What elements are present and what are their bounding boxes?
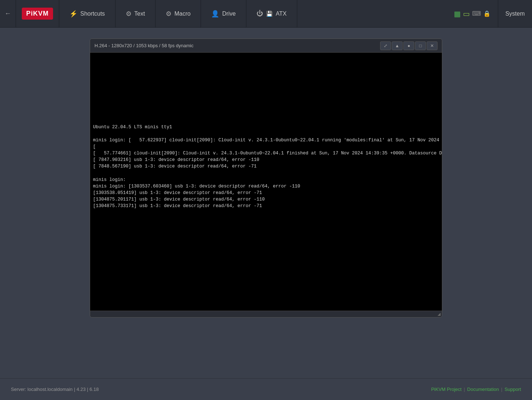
nav-shortcuts[interactable]: ⚡ Shortcuts <box>59 0 116 27</box>
power-icon: ⏻ <box>257 10 263 17</box>
server-info: Server: localhost.localdomain | 4.23 | 6… <box>11 387 99 392</box>
topnav: ← PiKVM ⚡ Shortcuts ⚙ Text ⚙ Macro 👤 Dri… <box>0 0 532 28</box>
nav-drive[interactable]: 👤 Drive <box>201 0 246 27</box>
shortcuts-label: Shortcuts <box>80 11 105 17</box>
video-footer: ◢ <box>90 311 442 317</box>
text-gear-icon: ⚙ <box>126 10 132 18</box>
footer-sep-2: | <box>501 387 502 392</box>
keyboard2-status-icon: ⌨ <box>472 10 481 17</box>
back-icon: ← <box>5 10 11 17</box>
macro-gear-icon: ⚙ <box>166 10 172 18</box>
dot-button[interactable]: ● <box>403 41 414 50</box>
shortcuts-icon: ⚡ <box>69 10 77 18</box>
page-footer: Server: localhost.localdomain | 4.23 | 6… <box>0 378 532 400</box>
system-label: System <box>505 11 525 17</box>
status-icons: ▦ ▭ ⌨ 🔒 <box>447 0 498 27</box>
support-link[interactable]: Support <box>504 387 521 392</box>
terminal-output: Ubuntu 22.04.5 LTS minis tty1 minis logi… <box>90 87 442 213</box>
macro-label: Macro <box>174 11 190 17</box>
monitor-status-icon: ▭ <box>463 9 470 18</box>
text-label: Text <box>134 11 145 17</box>
video-panel: H.264 - 1280x720 / 1053 kbps / 58 fps dy… <box>90 39 442 318</box>
footer-sep-1: | <box>464 387 465 392</box>
nav-system[interactable]: System <box>498 0 532 27</box>
video-screen[interactable]: Ubuntu 22.04.5 LTS minis tty1 minis logi… <box>90 53 442 311</box>
lock-status-icon: 🔒 <box>483 10 491 17</box>
video-header: H.264 - 1280x720 / 1053 kbps / 58 fps dy… <box>90 39 442 53</box>
nav-atx[interactable]: ⏻ 💾 ATX <box>246 0 297 27</box>
video-controls: ⤢ ▲ ● □ ✕ <box>380 41 438 50</box>
drive-icon: 👤 <box>211 10 219 18</box>
close-video-button[interactable]: ✕ <box>427 41 438 50</box>
square-button[interactable]: □ <box>415 41 426 50</box>
expand-button[interactable]: ⤢ <box>380 41 391 50</box>
hdd-icon: 💾 <box>266 11 273 17</box>
resize-handle: ◢ <box>438 312 440 316</box>
video-title: H.264 - 1280x720 / 1053 kbps / 58 fps dy… <box>94 43 193 48</box>
documentation-link[interactable]: Documentation <box>467 387 499 392</box>
keyboard-status-icon: ▦ <box>454 9 461 18</box>
main-content: H.264 - 1280x720 / 1053 kbps / 58 fps dy… <box>0 28 532 378</box>
footer-links: PiKVM Project | Documentation | Support <box>431 387 521 392</box>
scroll-up-button[interactable]: ▲ <box>392 41 403 50</box>
back-button[interactable]: ← <box>0 0 16 27</box>
atx-label: ATX <box>276 11 287 17</box>
logo-text: PiKVM <box>22 8 53 20</box>
drive-label: Drive <box>222 11 235 17</box>
nav-macro[interactable]: ⚙ Macro <box>156 0 201 27</box>
pikvm-project-link[interactable]: PiKVM Project <box>431 387 462 392</box>
logo-button[interactable]: PiKVM <box>16 0 59 27</box>
nav-text[interactable]: ⚙ Text <box>116 0 156 27</box>
